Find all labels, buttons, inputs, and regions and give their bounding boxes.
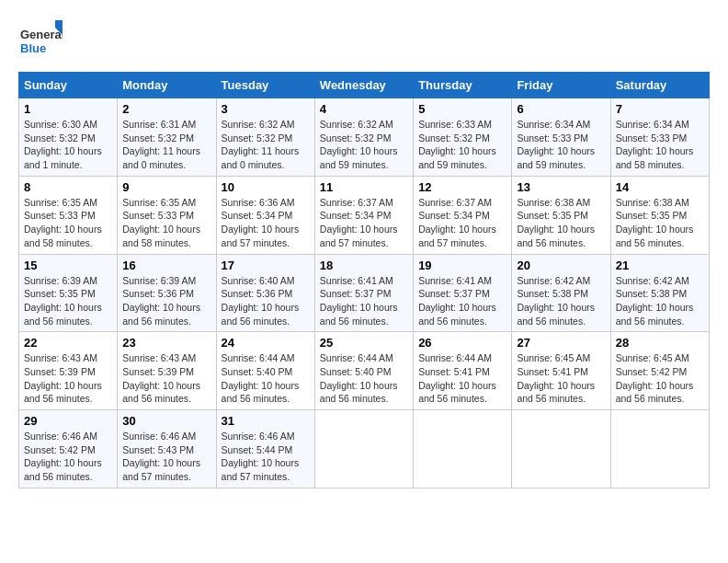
logo-svg: General Blue xyxy=(18,18,63,63)
day-number: 4 xyxy=(320,102,408,116)
day-cell: 18 Sunrise: 6:41 AMSunset: 5:37 PMDaylig… xyxy=(314,254,413,332)
day-info: Sunrise: 6:44 AMSunset: 5:41 PMDaylight:… xyxy=(418,351,506,406)
col-header-tuesday: Tuesday xyxy=(216,73,314,98)
day-cell: 19 Sunrise: 6:41 AMSunset: 5:37 PMDaylig… xyxy=(414,254,512,332)
day-cell: 26 Sunrise: 6:44 AMSunset: 5:41 PMDaylig… xyxy=(414,332,512,410)
day-cell: 5 Sunrise: 6:33 AMSunset: 5:32 PMDayligh… xyxy=(414,98,512,177)
day-number: 17 xyxy=(222,259,310,272)
day-info: Sunrise: 6:39 AMSunset: 5:36 PMDaylight:… xyxy=(122,274,210,328)
day-number: 20 xyxy=(517,259,605,272)
day-cell: 11 Sunrise: 6:37 AMSunset: 5:34 PMDaylig… xyxy=(314,176,413,254)
logo-graphic: General Blue xyxy=(18,18,63,63)
day-number: 14 xyxy=(616,180,704,194)
day-info: Sunrise: 6:39 AMSunset: 5:35 PMDaylight:… xyxy=(24,274,112,328)
day-number: 9 xyxy=(122,180,210,194)
day-cell: 16 Sunrise: 6:39 AMSunset: 5:36 PMDaylig… xyxy=(118,254,216,332)
day-cell: 4 Sunrise: 6:32 AMSunset: 5:32 PMDayligh… xyxy=(314,98,413,177)
col-header-sunday: Sunday xyxy=(19,73,118,98)
week-row-3: 15 Sunrise: 6:39 AMSunset: 5:35 PMDaylig… xyxy=(19,254,710,332)
day-number: 30 xyxy=(122,414,210,428)
day-cell: 31 Sunrise: 6:46 AMSunset: 5:44 PMDaylig… xyxy=(216,410,314,488)
day-cell: 24 Sunrise: 6:44 AMSunset: 5:40 PMDaylig… xyxy=(216,332,314,410)
day-info: Sunrise: 6:40 AMSunset: 5:36 PMDaylight:… xyxy=(222,274,310,328)
day-number: 7 xyxy=(616,102,704,116)
day-info: Sunrise: 6:37 AMSunset: 5:34 PMDaylight:… xyxy=(320,196,408,250)
day-info: Sunrise: 6:41 AMSunset: 5:37 PMDaylight:… xyxy=(320,274,408,328)
day-cell: 30 Sunrise: 6:46 AMSunset: 5:43 PMDaylig… xyxy=(118,410,216,488)
day-cell xyxy=(414,410,512,488)
day-cell: 27 Sunrise: 6:45 AMSunset: 5:41 PMDaylig… xyxy=(512,332,610,410)
logo: General Blue xyxy=(18,18,63,63)
day-info: Sunrise: 6:32 AMSunset: 5:32 PMDaylight:… xyxy=(222,118,310,172)
day-info: Sunrise: 6:37 AMSunset: 5:34 PMDaylight:… xyxy=(418,196,506,250)
header-row: SundayMondayTuesdayWednesdayThursdayFrid… xyxy=(19,73,710,98)
day-number: 1 xyxy=(24,102,112,116)
day-cell xyxy=(610,410,709,488)
day-cell: 10 Sunrise: 6:36 AMSunset: 5:34 PMDaylig… xyxy=(216,176,314,254)
day-number: 8 xyxy=(24,180,112,194)
day-number: 6 xyxy=(517,102,605,116)
col-header-saturday: Saturday xyxy=(610,73,709,98)
day-number: 21 xyxy=(616,259,704,272)
day-number: 28 xyxy=(616,336,704,350)
day-info: Sunrise: 6:44 AMSunset: 5:40 PMDaylight:… xyxy=(320,351,408,406)
day-cell: 29 Sunrise: 6:46 AMSunset: 5:42 PMDaylig… xyxy=(19,410,118,488)
col-header-friday: Friday xyxy=(512,73,610,98)
day-info: Sunrise: 6:46 AMSunset: 5:44 PMDaylight:… xyxy=(222,430,310,484)
day-cell: 7 Sunrise: 6:34 AMSunset: 5:33 PMDayligh… xyxy=(610,98,709,177)
day-number: 29 xyxy=(24,414,112,428)
day-cell xyxy=(314,410,413,488)
col-header-thursday: Thursday xyxy=(414,73,512,98)
day-cell: 15 Sunrise: 6:39 AMSunset: 5:35 PMDaylig… xyxy=(19,254,118,332)
day-number: 25 xyxy=(320,336,408,350)
day-cell: 3 Sunrise: 6:32 AMSunset: 5:32 PMDayligh… xyxy=(216,98,314,177)
day-info: Sunrise: 6:35 AMSunset: 5:33 PMDaylight:… xyxy=(24,196,112,250)
col-header-wednesday: Wednesday xyxy=(314,73,413,98)
day-cell: 17 Sunrise: 6:40 AMSunset: 5:36 PMDaylig… xyxy=(216,254,314,332)
day-info: Sunrise: 6:30 AMSunset: 5:32 PMDaylight:… xyxy=(24,118,112,172)
day-info: Sunrise: 6:45 AMSunset: 5:42 PMDaylight:… xyxy=(616,351,704,406)
day-info: Sunrise: 6:33 AMSunset: 5:32 PMDaylight:… xyxy=(418,118,506,172)
day-cell: 2 Sunrise: 6:31 AMSunset: 5:32 PMDayligh… xyxy=(118,98,216,177)
day-number: 2 xyxy=(122,102,210,116)
day-number: 5 xyxy=(418,102,506,116)
day-cell: 12 Sunrise: 6:37 AMSunset: 5:34 PMDaylig… xyxy=(414,176,512,254)
day-info: Sunrise: 6:43 AMSunset: 5:39 PMDaylight:… xyxy=(122,351,210,406)
day-cell: 13 Sunrise: 6:38 AMSunset: 5:35 PMDaylig… xyxy=(512,176,610,254)
day-cell: 23 Sunrise: 6:43 AMSunset: 5:39 PMDaylig… xyxy=(118,332,216,410)
day-number: 22 xyxy=(24,336,112,350)
day-cell: 6 Sunrise: 6:34 AMSunset: 5:33 PMDayligh… xyxy=(512,98,610,177)
day-cell: 25 Sunrise: 6:44 AMSunset: 5:40 PMDaylig… xyxy=(314,332,413,410)
day-info: Sunrise: 6:34 AMSunset: 5:33 PMDaylight:… xyxy=(616,118,704,172)
day-number: 12 xyxy=(418,180,506,194)
week-row-2: 8 Sunrise: 6:35 AMSunset: 5:33 PMDayligh… xyxy=(19,176,710,254)
day-number: 18 xyxy=(320,259,408,272)
day-cell: 1 Sunrise: 6:30 AMSunset: 5:32 PMDayligh… xyxy=(19,98,118,177)
day-cell: 28 Sunrise: 6:45 AMSunset: 5:42 PMDaylig… xyxy=(610,332,709,410)
day-info: Sunrise: 6:35 AMSunset: 5:33 PMDaylight:… xyxy=(122,196,210,250)
day-info: Sunrise: 6:46 AMSunset: 5:43 PMDaylight:… xyxy=(122,430,210,484)
day-info: Sunrise: 6:42 AMSunset: 5:38 PMDaylight:… xyxy=(517,274,605,328)
day-number: 26 xyxy=(418,336,506,350)
day-info: Sunrise: 6:36 AMSunset: 5:34 PMDaylight:… xyxy=(222,196,310,250)
day-info: Sunrise: 6:46 AMSunset: 5:42 PMDaylight:… xyxy=(24,430,112,484)
day-number: 27 xyxy=(517,336,605,350)
day-number: 23 xyxy=(122,336,210,350)
day-info: Sunrise: 6:34 AMSunset: 5:33 PMDaylight:… xyxy=(517,118,605,172)
day-number: 15 xyxy=(24,259,112,272)
day-number: 10 xyxy=(222,180,310,194)
day-cell: 8 Sunrise: 6:35 AMSunset: 5:33 PMDayligh… xyxy=(19,176,118,254)
svg-text:General: General xyxy=(20,28,63,41)
day-info: Sunrise: 6:43 AMSunset: 5:39 PMDaylight:… xyxy=(24,351,112,406)
day-info: Sunrise: 6:41 AMSunset: 5:37 PMDaylight:… xyxy=(418,274,506,328)
day-number: 3 xyxy=(222,102,310,116)
day-info: Sunrise: 6:32 AMSunset: 5:32 PMDaylight:… xyxy=(320,118,408,172)
day-cell: 14 Sunrise: 6:38 AMSunset: 5:35 PMDaylig… xyxy=(610,176,709,254)
day-number: 24 xyxy=(222,336,310,350)
day-cell xyxy=(512,410,610,488)
day-number: 13 xyxy=(517,180,605,194)
day-cell: 9 Sunrise: 6:35 AMSunset: 5:33 PMDayligh… xyxy=(118,176,216,254)
week-row-4: 22 Sunrise: 6:43 AMSunset: 5:39 PMDaylig… xyxy=(19,332,710,410)
day-info: Sunrise: 6:42 AMSunset: 5:38 PMDaylight:… xyxy=(616,274,704,328)
week-row-5: 29 Sunrise: 6:46 AMSunset: 5:42 PMDaylig… xyxy=(19,410,710,488)
